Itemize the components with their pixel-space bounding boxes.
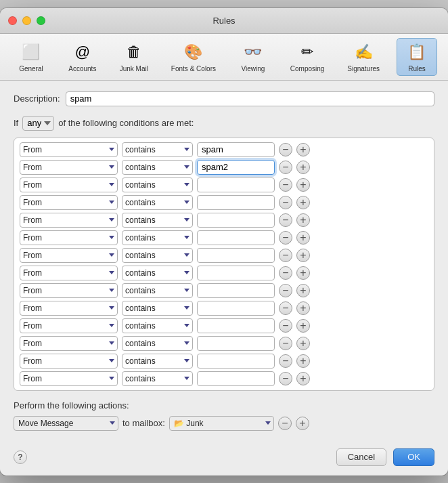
toolbar-item-junk-mail[interactable]: 🗑 Junk Mail [114, 38, 154, 76]
from-select-14[interactable]: From [20, 371, 118, 386]
from-select-12[interactable]: From [20, 336, 118, 351]
value-input-9[interactable] [197, 283, 275, 298]
remove-condition-11[interactable]: − [279, 319, 292, 333]
main-content: Description: If any all of the following… [0, 81, 448, 442]
toolbar-item-viewing[interactable]: 👓 Viewing [233, 38, 273, 76]
value-input-11[interactable] [197, 318, 275, 333]
add-action-button[interactable]: + [296, 417, 309, 430]
contains-select-7[interactable]: contains [122, 248, 193, 263]
remove-condition-12[interactable]: − [279, 337, 292, 350]
add-condition-5[interactable]: + [296, 213, 310, 227]
from-select-3[interactable]: From [20, 177, 118, 192]
toolbar-item-fonts-colors[interactable]: 🎨 Fonts & Colors [165, 38, 222, 76]
value-input-1[interactable] [197, 142, 275, 157]
add-condition-4[interactable]: + [296, 196, 310, 209]
value-input-14[interactable] [197, 371, 275, 386]
value-input-5[interactable] [197, 213, 275, 228]
from-select-8[interactable]: From [20, 266, 118, 280]
toolbar-item-composing[interactable]: ✏ Composing [284, 38, 331, 76]
description-input[interactable] [66, 91, 434, 106]
add-condition-3[interactable]: + [296, 178, 310, 192]
condition-row: From contains − + [20, 371, 428, 386]
add-condition-7[interactable]: + [296, 249, 310, 262]
add-condition-11[interactable]: + [296, 319, 310, 333]
value-input-4[interactable] [197, 195, 275, 210]
remove-condition-6[interactable]: − [279, 231, 292, 245]
contains-select-11[interactable]: contains [122, 318, 193, 333]
from-select-4[interactable]: From [20, 195, 118, 210]
from-select-5[interactable]: From [20, 213, 118, 228]
condition-row: From contains − + [20, 318, 428, 333]
remove-condition-1[interactable]: − [279, 143, 292, 156]
contains-select-14[interactable]: contains [122, 371, 193, 386]
from-select-2[interactable]: From [20, 160, 118, 175]
remove-condition-5[interactable]: − [279, 213, 292, 227]
contains-select-13[interactable]: contains [122, 354, 193, 369]
add-condition-6[interactable]: + [296, 231, 310, 245]
value-input-8[interactable] [197, 266, 275, 280]
add-condition-8[interactable]: + [296, 266, 310, 280]
add-condition-12[interactable]: + [296, 337, 310, 350]
toolbar-label-accounts: Accounts [68, 65, 96, 72]
contains-select-8[interactable]: contains [122, 266, 193, 280]
contains-select-1[interactable]: contains [122, 142, 193, 157]
from-select-13[interactable]: From [20, 354, 118, 369]
accounts-icon: @ [72, 41, 93, 63]
contains-select-4[interactable]: contains [122, 195, 193, 210]
cancel-button[interactable]: Cancel [336, 448, 386, 466]
remove-condition-14[interactable]: − [279, 372, 292, 385]
value-input-2[interactable] [197, 160, 275, 175]
remove-action-button[interactable]: − [278, 417, 292, 430]
value-input-10[interactable] [197, 301, 275, 316]
contains-select-2[interactable]: contains [122, 160, 193, 175]
toolbar-item-accounts[interactable]: @ Accounts [62, 38, 103, 76]
minimize-button[interactable] [22, 16, 31, 25]
contains-select-6[interactable]: contains [122, 230, 193, 245]
footer-buttons: Cancel OK [336, 448, 434, 466]
action-type-select[interactable]: Move Message [14, 416, 118, 431]
contains-select-3[interactable]: contains [122, 177, 193, 192]
from-select-7[interactable]: From [20, 248, 118, 263]
value-input-3[interactable] [197, 177, 275, 192]
value-input-7[interactable] [197, 248, 275, 263]
close-button[interactable] [8, 16, 17, 25]
junk-mail-icon: 🗑 [123, 41, 145, 63]
add-condition-14[interactable]: + [296, 372, 310, 385]
add-condition-13[interactable]: + [296, 354, 310, 368]
contains-select-12[interactable]: contains [122, 336, 193, 351]
contains-select-10[interactable]: contains [122, 301, 193, 316]
add-condition-1[interactable]: + [296, 143, 310, 156]
toolbar-item-signatures[interactable]: ✍ Signatures [341, 38, 386, 76]
contains-select-5[interactable]: contains [122, 213, 193, 228]
condition-row: From contains − + [20, 177, 428, 192]
from-select-9[interactable]: From [20, 283, 118, 298]
value-input-6[interactable] [197, 230, 275, 245]
any-select[interactable]: any all [22, 116, 54, 131]
to-mailbox-label: to mailbox: [122, 418, 165, 428]
help-button[interactable]: ? [14, 450, 27, 464]
remove-condition-3[interactable]: − [279, 178, 292, 192]
condition-row: From contains − + [20, 248, 428, 263]
from-select-10[interactable]: From [20, 301, 118, 316]
add-condition-2[interactable]: + [296, 161, 310, 174]
toolbar-item-general[interactable]: ⬜ General [11, 38, 51, 76]
remove-condition-4[interactable]: − [279, 196, 292, 209]
remove-condition-8[interactable]: − [279, 266, 292, 280]
add-condition-9[interactable]: + [296, 284, 310, 297]
maximize-button[interactable] [37, 16, 45, 25]
remove-condition-7[interactable]: − [279, 249, 292, 262]
from-select-6[interactable]: From [20, 230, 118, 245]
value-input-12[interactable] [197, 336, 275, 351]
remove-condition-10[interactable]: − [279, 301, 292, 315]
from-select-1[interactable]: From [20, 142, 118, 157]
mailbox-select[interactable]: 📂 Junk [169, 416, 274, 431]
toolbar-item-rules[interactable]: 📋 Rules [397, 38, 437, 76]
remove-condition-2[interactable]: − [279, 161, 292, 174]
ok-button[interactable]: OK [393, 448, 434, 466]
remove-condition-9[interactable]: − [279, 284, 292, 297]
remove-condition-13[interactable]: − [279, 354, 292, 368]
value-input-13[interactable] [197, 354, 275, 369]
from-select-11[interactable]: From [20, 318, 118, 333]
contains-select-9[interactable]: contains [122, 283, 193, 298]
add-condition-10[interactable]: + [296, 301, 310, 315]
